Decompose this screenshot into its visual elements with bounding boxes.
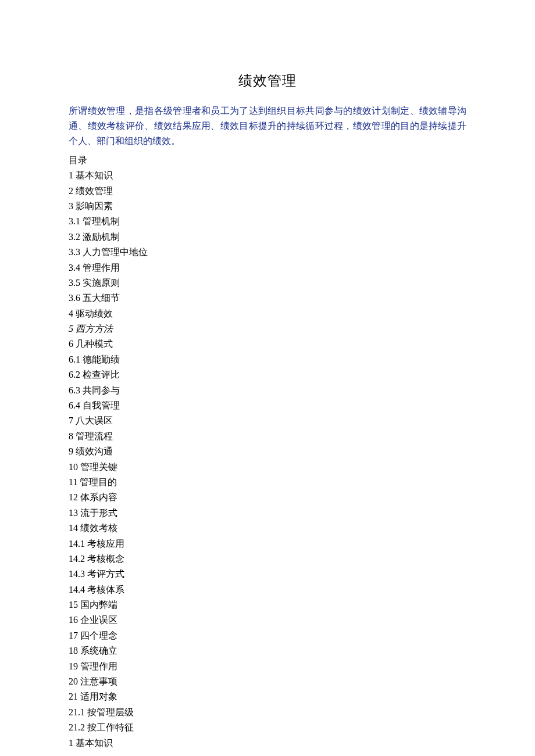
- toc-item: 15 国内弊端: [69, 597, 466, 612]
- toc-sub-item: 21.1 按管理层级: [69, 705, 466, 720]
- section-heading: 1 基本知识: [69, 736, 466, 751]
- toc-sub-item: 3.5 实施原则: [69, 275, 466, 291]
- toc-item: 18 系统确立: [69, 643, 466, 658]
- intro-paragraph: 所谓绩效管理，是指各级管理者和员工为了达到组织目标共同参与的绩效计划制定、绩效辅…: [69, 103, 466, 149]
- toc-item: 11 管理目的: [69, 475, 466, 490]
- toc-sub-item: 3.6 五大细节: [69, 291, 466, 306]
- toc-sub-item: 6.1 德能勤绩: [69, 352, 466, 367]
- toc-sub-item: 21.2 按工作特征: [69, 720, 466, 735]
- toc-item: 4 驱动绩效: [69, 306, 466, 321]
- toc-item: 3 影响因素: [69, 199, 466, 214]
- document-title: 绩效管理: [69, 70, 466, 93]
- toc-item: 13 流于形式: [69, 506, 466, 521]
- toc-item: 7 八大误区: [69, 413, 466, 428]
- toc-item: 19 管理作用: [69, 659, 466, 674]
- toc-item: 5 西方方法: [69, 321, 466, 336]
- toc-heading: 目录: [69, 153, 466, 168]
- toc-sub-item: 3.2 激励机制: [69, 230, 466, 245]
- toc-sub-item: 6.2 检查评比: [69, 367, 466, 382]
- toc-sub-item: 6.3 共同参与: [69, 383, 466, 398]
- toc-sub-item: 14.1 考核应用: [69, 536, 466, 551]
- toc-sub-item: 3.4 管理作用: [69, 260, 466, 275]
- toc-sub-item: 3.1 管理机制: [69, 214, 466, 229]
- toc-item: 21 适用对象: [69, 689, 466, 704]
- toc-sub-item: 14.4 考核体系: [69, 582, 466, 597]
- toc-sub-item: 6.4 自我管理: [69, 398, 466, 413]
- toc-item: 14 绩效考核: [69, 521, 466, 536]
- toc-item: 9 绩效沟通: [69, 444, 466, 459]
- toc-item: 17 四个理念: [69, 628, 466, 643]
- toc-item: 1 基本知识: [69, 168, 466, 183]
- toc-item: 2 绩效管理: [69, 184, 466, 199]
- toc-item: 20 注意事项: [69, 674, 466, 689]
- toc-sub-item: 3.3 人力管理中地位: [69, 245, 466, 260]
- toc-item: 10 管理关键: [69, 460, 466, 475]
- toc-sub-item: 14.3 考评方式: [69, 567, 466, 582]
- toc-item: 8 管理流程: [69, 429, 466, 444]
- toc-item: 6 几种模式: [69, 336, 466, 352]
- toc-sub-item: 14.2 考核概念: [69, 551, 466, 567]
- toc-item: 12 体系内容: [69, 490, 466, 505]
- toc-item: 16 企业误区: [69, 612, 466, 628]
